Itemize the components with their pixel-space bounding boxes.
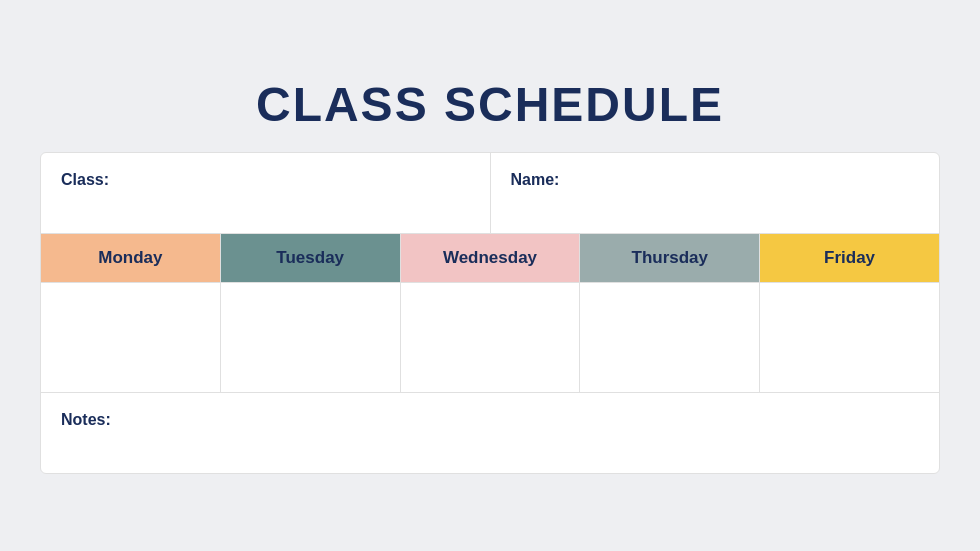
- schedule-cell-friday: [760, 283, 939, 392]
- day-header-friday: Friday: [760, 234, 939, 282]
- class-cell: Class:: [41, 153, 491, 233]
- schedule-cell-thursday: [580, 283, 760, 392]
- schedule-container: Class: Name: Monday Tuesday Wednesday Th…: [40, 152, 940, 474]
- header-row: Class: Name:: [41, 153, 939, 234]
- notes-label: Notes:: [61, 411, 111, 428]
- page-title: CLASS SCHEDULE: [256, 77, 724, 132]
- class-label: Class:: [61, 171, 109, 188]
- days-row: Monday Tuesday Wednesday Thursday Friday: [41, 234, 939, 283]
- schedule-cell-wednesday: [401, 283, 581, 392]
- day-header-monday: Monday: [41, 234, 221, 282]
- schedule-cell-tuesday: [221, 283, 401, 392]
- schedule-content-row: [41, 283, 939, 393]
- day-header-wednesday: Wednesday: [401, 234, 581, 282]
- day-header-thursday: Thursday: [580, 234, 760, 282]
- schedule-cell-monday: [41, 283, 221, 392]
- notes-row: Notes:: [41, 393, 939, 473]
- day-header-tuesday: Tuesday: [221, 234, 401, 282]
- name-label: Name:: [511, 171, 560, 188]
- name-cell: Name:: [491, 153, 940, 233]
